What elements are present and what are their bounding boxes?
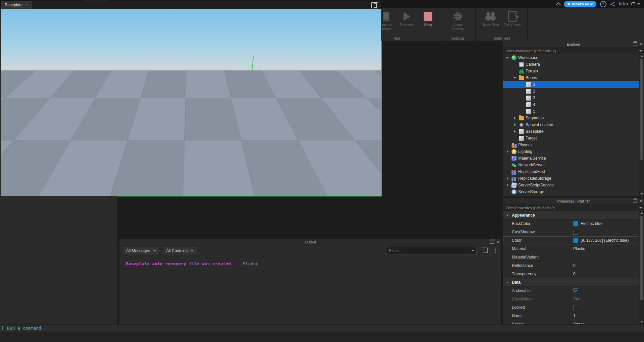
properties-filter-input[interactable] bbox=[503, 206, 639, 210]
command-bar-grip-icon[interactable] bbox=[2, 326, 3, 327]
scroll-down-icon[interactable] bbox=[639, 320, 644, 324]
help-icon[interactable]: ? bbox=[600, 1, 606, 7]
float-panel-icon[interactable] bbox=[633, 199, 637, 203]
prop-transparency[interactable]: Transparency0 bbox=[503, 270, 644, 278]
tree-item-networkserver[interactable]: NetworkServer bbox=[503, 162, 644, 168]
tree-item-spawnlocation[interactable]: SpawnLocation bbox=[503, 121, 644, 128]
section-appearance[interactable]: Appearance bbox=[503, 211, 644, 220]
collapse-ribbon-icon[interactable] bbox=[556, 2, 561, 7]
castshadow-checkbox[interactable] bbox=[573, 230, 578, 235]
stop-button[interactable]: Stop bbox=[418, 10, 438, 34]
tree-item-bone-3[interactable]: 3 bbox=[503, 95, 644, 101]
tree-item-serverstorage[interactable]: ServerStorage bbox=[503, 188, 644, 195]
baseplate-ground[interactable] bbox=[1, 70, 381, 196]
prop-castshadow[interactable]: CastShadow bbox=[503, 228, 644, 236]
chevron-collapsed-icon[interactable] bbox=[505, 150, 510, 153]
tree-label: 5 bbox=[533, 109, 535, 114]
tree-item-bone-5[interactable]: 5 bbox=[503, 108, 644, 115]
locked-checkbox[interactable] bbox=[573, 305, 578, 310]
chevron-expanded-icon[interactable] bbox=[505, 56, 510, 60]
bone-4[interactable] bbox=[224, 98, 232, 106]
prop-reflectance[interactable]: Reflectance0 bbox=[503, 262, 644, 270]
tree-item-segments[interactable]: Segments bbox=[503, 115, 644, 121]
command-input[interactable] bbox=[6, 325, 644, 332]
tree-item-serverscriptservice[interactable]: ServerScriptService bbox=[503, 182, 644, 188]
output-filter-input[interactable] bbox=[386, 248, 472, 253]
clear-output-icon[interactable] bbox=[483, 248, 488, 253]
prop-archivable[interactable]: Archivable bbox=[503, 287, 644, 295]
3d-scene[interactable] bbox=[1, 9, 381, 196]
chevron-collapsed-icon[interactable] bbox=[513, 123, 517, 126]
tree-item-materialservice[interactable]: MaterialService bbox=[503, 155, 644, 162]
resume-button[interactable]: Resume bbox=[397, 10, 417, 34]
prop-color[interactable]: Color[9, 137, 207] (Electric blue) bbox=[503, 236, 644, 245]
tree-item-baseplate[interactable]: Baseplate bbox=[503, 128, 644, 135]
prop-parent[interactable]: ParentBones bbox=[503, 320, 644, 324]
chevron-collapsed-icon[interactable] bbox=[513, 117, 517, 119]
color-swatch-icon[interactable] bbox=[573, 221, 578, 226]
explorer-scrollbar[interactable] bbox=[639, 54, 644, 196]
scroll-down-icon[interactable] bbox=[639, 192, 644, 196]
tree-item-replicatedstorage[interactable]: ReplicatedStorage bbox=[503, 175, 644, 182]
scroll-up-icon[interactable] bbox=[639, 211, 644, 215]
bone-1[interactable] bbox=[135, 120, 143, 128]
tree-item-terrain[interactable]: Terrain bbox=[503, 68, 644, 74]
tree-item-camera[interactable]: Camera bbox=[503, 61, 644, 68]
game-settings-button[interactable]: Game Settings bbox=[448, 10, 468, 34]
prop-material[interactable]: MaterialPlastic bbox=[503, 245, 644, 253]
scroll-up-icon[interactable] bbox=[639, 54, 644, 58]
roblox-studio-window: FILE ↶ ↷ HOME MODEL TEST VIEW PLUGINS Wh… bbox=[0, 0, 644, 342]
float-panel-icon[interactable] bbox=[490, 240, 494, 244]
explorer-filter-input[interactable] bbox=[503, 49, 639, 53]
tree-label: Workspace bbox=[518, 55, 538, 60]
archivable-checkbox[interactable] bbox=[573, 288, 578, 293]
tree-item-target[interactable]: Target bbox=[503, 135, 644, 141]
tree-item-startergui[interactable]: StarterGui bbox=[503, 195, 644, 196]
section-data[interactable]: Data bbox=[503, 278, 644, 287]
properties-scrollbar[interactable] bbox=[639, 211, 644, 324]
chevron-down-icon[interactable] bbox=[472, 250, 474, 251]
share-icon[interactable] bbox=[610, 2, 615, 7]
chevron-collapsed-icon[interactable] bbox=[505, 184, 510, 186]
prop-materialvariant[interactable]: MaterialVariant bbox=[503, 253, 644, 262]
chevron-down-icon[interactable] bbox=[639, 50, 642, 52]
exit-game-button[interactable]: Exit Game bbox=[502, 10, 522, 34]
tree-item-lighting[interactable]: Lighting bbox=[503, 148, 644, 155]
log-line: Baseplate auto-recovery file was created… bbox=[119, 256, 501, 266]
tree-item-replicatedfirst[interactable]: ReplicatedFirst bbox=[503, 168, 644, 175]
tree-item-players[interactable]: Players bbox=[503, 141, 644, 148]
red-sphere-part[interactable] bbox=[79, 132, 95, 145]
tab-baseplate[interactable]: Baseplate× bbox=[1, 1, 32, 9]
chevron-down-icon[interactable] bbox=[639, 207, 642, 209]
float-panel-icon[interactable] bbox=[633, 42, 637, 46]
prop-brickcolor[interactable]: BrickColorElectric blue bbox=[503, 220, 644, 228]
tree-item-bones[interactable]: Bones bbox=[503, 74, 644, 81]
tree-item-bone-4[interactable]: 4 bbox=[503, 101, 644, 108]
prop-locked[interactable]: Locked bbox=[503, 303, 644, 312]
bone-2[interactable] bbox=[173, 111, 181, 119]
whats-new-button[interactable]: What's New bbox=[564, 1, 596, 7]
move-gizmo-x-arrow[interactable] bbox=[261, 98, 290, 100]
tree-item-workspace[interactable]: Workspace bbox=[503, 54, 644, 61]
contexts-filter-dropdown[interactable]: All Contexts bbox=[163, 247, 197, 254]
color-swatch-icon[interactable] bbox=[573, 238, 578, 243]
user-menu[interactable]: Kriko_YT bbox=[619, 2, 640, 6]
tree-item-bone-2[interactable]: 2 bbox=[503, 88, 644, 95]
bone-3[interactable] bbox=[199, 105, 207, 113]
close-icon[interactable]: × bbox=[640, 199, 642, 203]
output-menu-icon[interactable] bbox=[495, 248, 496, 249]
device-emulation-icon[interactable] bbox=[371, 2, 378, 8]
close-icon[interactable]: × bbox=[640, 42, 642, 46]
bottom-filler bbox=[0, 332, 644, 342]
scrollbar-thumb[interactable] bbox=[640, 216, 643, 300]
messages-filter-dropdown[interactable]: All Messages bbox=[123, 247, 159, 254]
team-test-button[interactable]: Team Test bbox=[481, 10, 501, 34]
close-icon[interactable]: × bbox=[497, 240, 499, 244]
scrollbar-thumb[interactable] bbox=[640, 59, 643, 160]
tree-item-bone-1[interactable]: 1 bbox=[503, 81, 644, 88]
chevron-collapsed-icon[interactable] bbox=[505, 177, 510, 180]
close-tab-icon[interactable]: × bbox=[25, 3, 28, 7]
chevron-expanded-icon[interactable] bbox=[513, 76, 517, 80]
chevron-collapsed-icon[interactable] bbox=[513, 130, 517, 133]
prop-name[interactable]: Name1 bbox=[503, 312, 644, 320]
